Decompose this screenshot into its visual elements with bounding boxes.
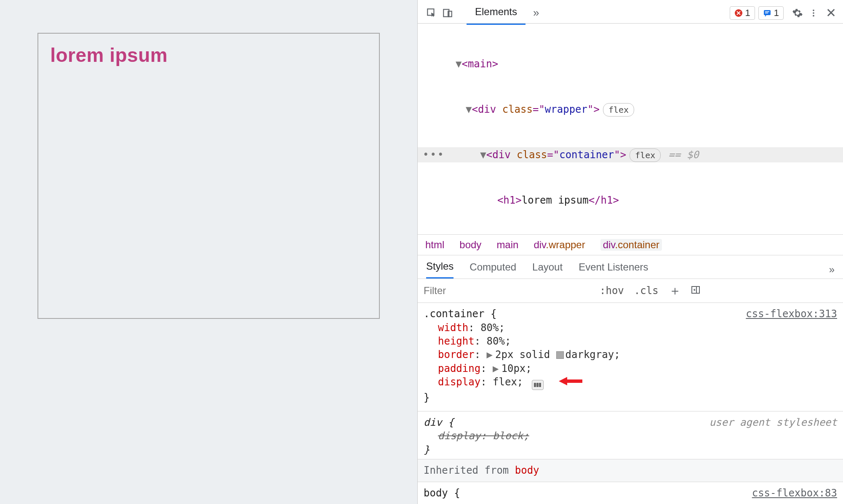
row-actions-icon[interactable]: •••	[418, 147, 447, 162]
crumb-main[interactable]: main	[496, 239, 518, 251]
close-icon[interactable]: ✕	[823, 5, 839, 20]
container-box: lorem ipsum	[37, 33, 380, 319]
device-toggle-icon[interactable]	[441, 7, 454, 19]
inherited-header: Inherited from body	[418, 459, 843, 482]
rule-div-ua[interactable]: user agent stylesheet div { display: blo…	[424, 416, 837, 459]
crumb-html[interactable]: html	[425, 239, 444, 251]
devtools-panel: Elements » 1 1 ✕ ▼<main> ▼<div class="wr…	[417, 0, 843, 504]
dom-selected-row: ••• ▼<div class="container">flex== $0	[418, 147, 843, 162]
computed-sidebar-icon[interactable]	[686, 285, 705, 297]
breadcrumb: html body main div.wrapper div.container	[418, 234, 843, 255]
tab-elements[interactable]: Elements	[467, 1, 526, 25]
styles-pane: css-flexbox:313 .container { width: 80%;…	[418, 303, 843, 504]
devtools-toolbar: Elements » 1 1 ✕	[418, 0, 843, 24]
crumb-container[interactable]: div.container	[600, 239, 662, 251]
inspect-icon[interactable]	[425, 7, 438, 19]
tab-event-listeners[interactable]: Event Listeners	[579, 261, 648, 278]
svg-rect-6	[765, 13, 768, 13]
filter-bar: :hov .cls ＋	[418, 279, 843, 303]
rule-container[interactable]: css-flexbox:313 .container { width: 80%;…	[424, 307, 837, 407]
flex-badge[interactable]: flex	[603, 103, 634, 117]
annotation-arrow-icon	[559, 375, 582, 390]
svg-point-8	[813, 12, 814, 14]
new-rule-icon[interactable]: ＋	[664, 282, 686, 300]
message-count: 1	[774, 8, 779, 19]
crumb-wrapper[interactable]: div.wrapper	[534, 239, 585, 251]
styles-subtabs: Styles Computed Layout Event Listeners »	[418, 255, 843, 279]
page-heading: lorem ipsum	[50, 44, 367, 66]
tab-styles[interactable]: Styles	[426, 260, 454, 279]
ua-source: user agent stylesheet	[710, 416, 837, 429]
svg-rect-10	[692, 286, 699, 293]
tab-layout[interactable]: Layout	[532, 261, 563, 278]
svg-point-7	[813, 9, 814, 11]
flexbox-editor-icon[interactable]	[532, 380, 544, 390]
gear-icon[interactable]	[791, 7, 804, 19]
crumb-body[interactable]: body	[459, 239, 481, 251]
tab-computed[interactable]: Computed	[470, 261, 516, 278]
color-swatch[interactable]	[556, 351, 564, 359]
cls-toggle[interactable]: .cls	[629, 285, 664, 297]
svg-point-9	[813, 15, 814, 16]
filter-input[interactable]	[418, 279, 595, 302]
error-count: 1	[745, 8, 750, 19]
more-tabs-icon[interactable]: »	[529, 6, 543, 19]
more-subtabs-icon[interactable]: »	[829, 264, 835, 276]
svg-marker-12	[559, 377, 582, 385]
flex-badge[interactable]: flex	[630, 149, 661, 162]
rendered-page: lorem ipsum	[0, 0, 417, 504]
kebab-icon[interactable]	[807, 7, 820, 19]
svg-rect-5	[765, 11, 769, 12]
message-badge[interactable]: 1	[758, 6, 784, 20]
rule-body-partial[interactable]: body { css-flexbox:83	[424, 482, 837, 500]
hov-toggle[interactable]: :hov	[595, 285, 629, 297]
dom-tree[interactable]: ▼<main> ▼<div class="wrapper">flex ••• ▼…	[418, 24, 843, 234]
source-link[interactable]: css-flexbox:313	[746, 307, 837, 321]
error-badge[interactable]: 1	[730, 6, 755, 20]
